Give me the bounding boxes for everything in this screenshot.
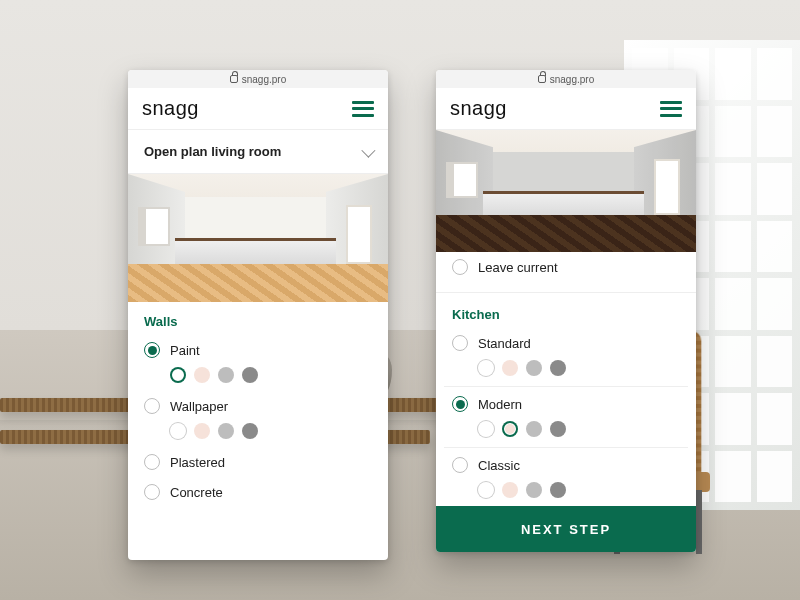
section-title-walls: Walls [128, 302, 388, 335]
lock-icon [538, 75, 546, 83]
room-render [128, 174, 388, 302]
color-swatch[interactable] [170, 423, 186, 439]
url-host: snagg.pro [550, 74, 594, 85]
option-label: Wallpaper [170, 399, 228, 414]
color-swatch[interactable] [478, 360, 494, 376]
option-label: Classic [478, 458, 520, 473]
color-swatch[interactable] [526, 421, 542, 437]
logo: snagg [450, 97, 507, 120]
swatch-row [444, 480, 688, 506]
browser-url-bar: snagg.pro [436, 70, 696, 88]
color-swatch[interactable] [550, 421, 566, 437]
lock-icon [230, 75, 238, 83]
color-swatch[interactable] [194, 367, 210, 383]
color-swatch[interactable] [478, 421, 494, 437]
radio-icon [452, 259, 468, 275]
options-panel: Leave current Kitchen StandardModernClas… [436, 252, 696, 506]
color-swatch[interactable] [242, 367, 258, 383]
color-swatch[interactable] [218, 423, 234, 439]
radio-icon [452, 457, 468, 473]
divider [444, 386, 688, 387]
url-host: snagg.pro [242, 74, 286, 85]
color-swatch[interactable] [194, 423, 210, 439]
cta-label: NEXT STEP [521, 522, 611, 537]
radio-icon [144, 342, 160, 358]
option-modern[interactable]: Modern [444, 389, 688, 419]
option-label: Leave current [478, 260, 558, 275]
option-label: Modern [478, 397, 522, 412]
option-plastered[interactable]: Plastered [136, 447, 380, 477]
room-render [436, 130, 696, 252]
browser-url-bar: snagg.pro [128, 70, 388, 88]
color-swatch[interactable] [526, 482, 542, 498]
color-swatch[interactable] [478, 482, 494, 498]
radio-icon [144, 484, 160, 500]
options-panel: Walls PaintWallpaperPlasteredConcrete [128, 302, 388, 560]
swatch-row [444, 358, 688, 384]
option-label: Concrete [170, 485, 223, 500]
swatch-row [136, 421, 380, 447]
color-swatch[interactable] [502, 482, 518, 498]
color-swatch[interactable] [218, 367, 234, 383]
option-concrete[interactable]: Concrete [136, 477, 380, 507]
room-dropdown[interactable]: Open plan living room [128, 130, 388, 174]
color-swatch[interactable] [550, 482, 566, 498]
option-label: Plastered [170, 455, 225, 470]
logo: snagg [142, 97, 199, 120]
color-swatch[interactable] [502, 360, 518, 376]
color-swatch[interactable] [550, 360, 566, 376]
swatch-row [444, 419, 688, 445]
radio-icon [452, 335, 468, 351]
radio-icon [452, 396, 468, 412]
app-header: snagg [436, 88, 696, 130]
next-step-button[interactable]: NEXT STEP [436, 506, 696, 552]
option-standard[interactable]: Standard [444, 328, 688, 358]
room-dropdown-label: Open plan living room [144, 144, 281, 159]
color-swatch[interactable] [170, 367, 186, 383]
option-classic[interactable]: Classic [444, 450, 688, 480]
phone-right: snagg.pro snagg Leave current Kitchen St… [436, 70, 696, 552]
section-title-kitchen: Kitchen [436, 295, 696, 328]
divider [436, 292, 696, 293]
option-label: Paint [170, 343, 200, 358]
color-swatch[interactable] [242, 423, 258, 439]
phone-left: snagg.pro snagg Open plan living room Wa… [128, 70, 388, 560]
color-swatch[interactable] [502, 421, 518, 437]
menu-icon[interactable] [660, 101, 682, 117]
option-paint[interactable]: Paint [136, 335, 380, 365]
chevron-down-icon [361, 143, 375, 157]
menu-icon[interactable] [352, 101, 374, 117]
app-header: snagg [128, 88, 388, 130]
option-wallpaper[interactable]: Wallpaper [136, 391, 380, 421]
radio-icon [144, 454, 160, 470]
divider [444, 447, 688, 448]
color-swatch[interactable] [526, 360, 542, 376]
option-label: Standard [478, 336, 531, 351]
radio-icon [144, 398, 160, 414]
swatch-row [136, 365, 380, 391]
option-leave-current[interactable]: Leave current [444, 252, 688, 282]
